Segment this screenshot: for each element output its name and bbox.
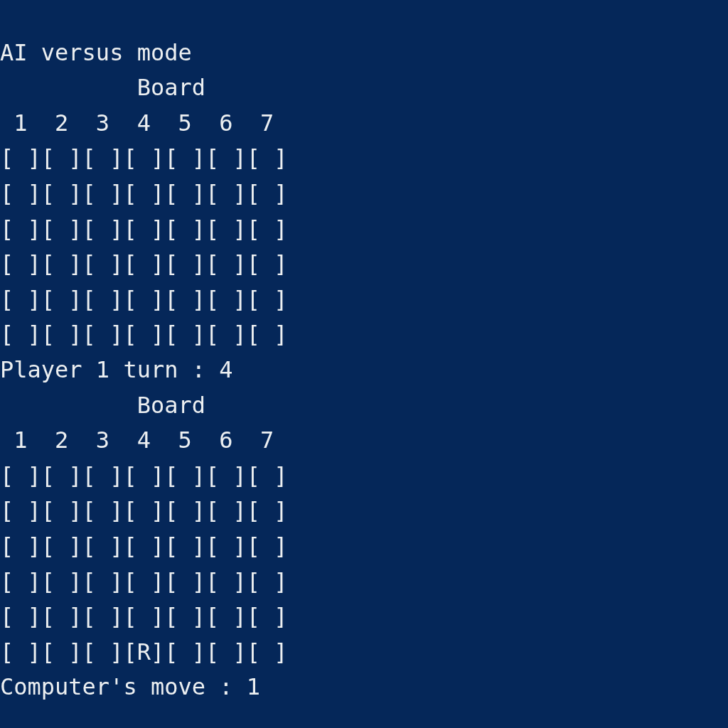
board2-row-4: [ ][ ][ ][ ][ ][ ][ ] [0,603,288,630]
board-label-1: Board [0,74,205,101]
board2-row-0: [ ][ ][ ][ ][ ][ ][ ] [0,462,288,489]
computer-move-label: Computer's move : [0,673,247,700]
column-header-1: 1 2 3 4 5 6 7 [0,109,274,136]
column-header-2: 1 2 3 4 5 6 7 [0,427,274,454]
board2-row-2: [ ][ ][ ][ ][ ][ ][ ] [0,532,288,560]
computer-move-value: 1 [247,673,260,700]
board-label-2: Board [0,392,205,419]
board1-row-5: [ ][ ][ ][ ][ ][ ][ ] [0,321,288,348]
board2-row-3: [ ][ ][ ][ ][ ][ ][ ] [0,568,288,595]
computer-move-line: Computer's move : 1 [0,673,260,700]
board1-row-2: [ ][ ][ ][ ][ ][ ][ ] [0,215,288,242]
player-turn-value: 4 [219,356,232,383]
terminal-output: AI versus mode Board 1 2 3 4 5 6 7 [ ][ … [0,0,728,705]
board1-row-4: [ ][ ][ ][ ][ ][ ][ ] [0,286,288,313]
player-turn-line: Player 1 turn : 4 [0,356,233,383]
board1-row-1: [ ][ ][ ][ ][ ][ ][ ] [0,180,288,207]
mode-line: AI versus mode [0,39,192,66]
player-turn-label: Player 1 turn : [0,356,219,383]
board1-row-0: [ ][ ][ ][ ][ ][ ][ ] [0,144,288,171]
board2-row-5: [ ][ ][ ][R][ ][ ][ ] [0,638,288,665]
board2-row-1: [ ][ ][ ][ ][ ][ ][ ] [0,497,288,524]
board1-row-3: [ ][ ][ ][ ][ ][ ][ ] [0,250,288,277]
